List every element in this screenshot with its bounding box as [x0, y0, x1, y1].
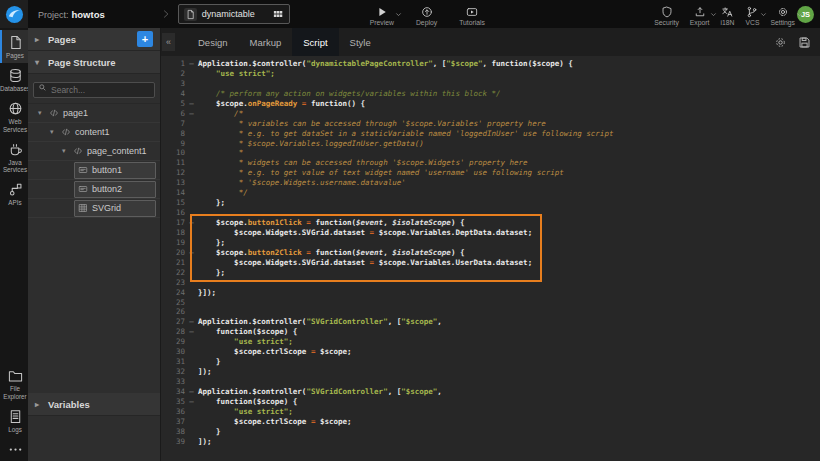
- fold-marker[interactable]: –: [185, 387, 198, 397]
- topbar-action-i18n[interactable]: i18N: [720, 3, 734, 26]
- rail-item-web-services[interactable]: Web Services: [0, 96, 28, 136]
- page-structure-header[interactable]: ▾ Page Structure: [28, 51, 160, 74]
- fold-marker[interactable]: –: [185, 109, 198, 119]
- rail-item-pages[interactable]: Pages: [0, 30, 28, 63]
- app-logo[interactable]: [0, 0, 28, 28]
- code-line[interactable]: 13 * '$scope.Widgets.username.datavalue': [161, 178, 820, 188]
- script-settings-button[interactable]: [774, 36, 787, 49]
- code-line[interactable]: 20– $scope.button2Click = function($even…: [161, 248, 820, 258]
- code-line[interactable]: 3: [161, 79, 820, 89]
- rail-item-apis[interactable]: APIs: [0, 177, 28, 210]
- line-number: 22: [161, 268, 185, 278]
- fold-marker[interactable]: –: [185, 317, 198, 327]
- panel-bottom-area: [28, 416, 160, 461]
- pages-section-header[interactable]: ▸ Pages +: [28, 28, 160, 51]
- rail-item-more[interactable]: [0, 437, 28, 461]
- code-line[interactable]: 27–Application.$controller("SVGridContro…: [161, 317, 820, 327]
- tab-design[interactable]: Design: [187, 28, 239, 56]
- fold-marker[interactable]: –: [185, 218, 198, 228]
- code-line[interactable]: 24}]);: [161, 288, 820, 298]
- grid-squares-icon[interactable]: [272, 8, 284, 20]
- fold-marker[interactable]: –: [185, 248, 198, 258]
- tree-item-page1[interactable]: ▾page1: [28, 104, 160, 123]
- line-number: 36: [161, 407, 185, 417]
- caret-down-icon[interactable]: ▾: [62, 147, 69, 155]
- fold-marker[interactable]: –: [185, 99, 198, 109]
- tree-item-content1[interactable]: ▾content1: [28, 123, 160, 142]
- topbar-action-vcs[interactable]: VCS: [745, 3, 759, 26]
- code-line[interactable]: 19 };: [161, 238, 820, 248]
- code-line[interactable]: 30 $scope.ctrlScope = $scope;: [161, 347, 820, 357]
- caret-down-icon[interactable]: ▾: [38, 109, 45, 117]
- code-line[interactable]: 25: [161, 298, 820, 308]
- search-input[interactable]: [33, 82, 155, 98]
- code-line[interactable]: 21 $scope.Widgets.SVGrid.dataset = $scop…: [161, 258, 820, 268]
- page-tab-dynamictable[interactable]: dynamictable: [178, 4, 290, 24]
- topbar-action-preview[interactable]: Preview: [370, 3, 394, 26]
- code-line[interactable]: 14 */: [161, 188, 820, 198]
- code-line[interactable]: 11 * widgets can be accessed through '$s…: [161, 158, 820, 168]
- fold-marker[interactable]: –: [185, 327, 198, 337]
- code-line[interactable]: 33: [161, 377, 820, 387]
- topbar-action-tutorials[interactable]: Tutorials: [459, 3, 485, 26]
- code-line[interactable]: 38 }: [161, 427, 820, 437]
- code-line[interactable]: 36 "use strict";: [161, 407, 820, 417]
- chevron-down-icon[interactable]: [796, 11, 803, 18]
- code-line[interactable]: 15 };: [161, 198, 820, 208]
- rail-item-java-services[interactable]: Java Services: [0, 137, 28, 177]
- topbar-action-export[interactable]: Export: [690, 3, 710, 26]
- tree-item-svgrid[interactable]: SVGrid: [28, 199, 160, 218]
- code-line[interactable]: 22 };: [161, 268, 820, 278]
- rail-item-logs[interactable]: Logs: [0, 404, 28, 437]
- code-line[interactable]: 6– /*: [161, 109, 820, 119]
- code-line[interactable]: 28– function($scope) {: [161, 327, 820, 337]
- topbar-action-settings[interactable]: Settings: [770, 3, 795, 26]
- tab-markup[interactable]: Markup: [239, 28, 293, 56]
- chevron-down-icon[interactable]: [710, 11, 717, 18]
- code-line[interactable]: 17– $scope.button1Click = function($even…: [161, 218, 820, 228]
- topbar-action-security[interactable]: Security: [654, 3, 679, 26]
- panel-spacer: [28, 218, 160, 393]
- code-line[interactable]: 26: [161, 307, 820, 317]
- code-line[interactable]: 9 * $scope.Variables.loggedInUser.getDat…: [161, 139, 820, 149]
- code-line[interactable]: 39]);: [161, 437, 820, 447]
- line-number: 25: [161, 298, 185, 308]
- code-line[interactable]: 16: [161, 208, 820, 218]
- line-number: 1: [161, 59, 185, 69]
- code-line[interactable]: 7 * variables can be accessed through '$…: [161, 119, 820, 129]
- fold-marker[interactable]: –: [185, 59, 198, 69]
- code-line[interactable]: 10 *: [161, 148, 820, 158]
- code-line[interactable]: 4 /* perform any action on widgets/varia…: [161, 89, 820, 99]
- code-line[interactable]: 34–Application.$controller("SVGridContro…: [161, 387, 820, 397]
- code-line[interactable]: 12 * e.g. to get value of text widget na…: [161, 168, 820, 178]
- topbar-action-deploy[interactable]: Deploy: [416, 3, 437, 26]
- tab-style[interactable]: Style: [339, 28, 382, 56]
- chevron-down-icon[interactable]: [760, 11, 767, 18]
- code-line[interactable]: 29 "use strict";: [161, 337, 820, 347]
- code-line[interactable]: 1–Application.$controller("dynamictableP…: [161, 59, 820, 69]
- caret-down-icon[interactable]: ▾: [50, 128, 57, 136]
- save-button[interactable]: [798, 36, 811, 49]
- tree-item-button2[interactable]: button2: [28, 180, 160, 199]
- code-line[interactable]: 35– function($scope) {: [161, 397, 820, 407]
- add-page-button[interactable]: +: [137, 31, 153, 47]
- rail-item-databases[interactable]: Databases: [0, 63, 28, 96]
- tree-item-button1[interactable]: button1: [28, 161, 160, 180]
- collapse-panel-button[interactable]: «: [162, 33, 175, 51]
- pages-icon: [8, 35, 23, 50]
- fold-marker[interactable]: –: [185, 397, 198, 407]
- code-line[interactable]: 37 $scope.ctrlScope = $scope;: [161, 417, 820, 427]
- variables-section-header[interactable]: ▸ Variables: [28, 393, 160, 416]
- code-line[interactable]: 8 * e.g. to get dataSet in a staticVaria…: [161, 129, 820, 139]
- chevron-down-icon[interactable]: [395, 11, 402, 18]
- code-area[interactable]: 1–Application.$controller("dynamictableP…: [161, 56, 820, 461]
- code-line[interactable]: 2 "use strict";: [161, 69, 820, 79]
- code-line[interactable]: 23: [161, 278, 820, 288]
- code-line[interactable]: 32]);: [161, 367, 820, 377]
- code-line[interactable]: 31 }: [161, 357, 820, 367]
- code-line[interactable]: 18 $scope.Widgets.SVGrid.dataset = $scop…: [161, 228, 820, 238]
- rail-item-file-explorer[interactable]: File Explorer: [0, 363, 28, 403]
- tab-script[interactable]: Script: [292, 28, 338, 56]
- tree-item-page-content1[interactable]: ▾page_content1: [28, 142, 160, 161]
- code-line[interactable]: 5– $scope.onPageReady = function() {: [161, 99, 820, 109]
